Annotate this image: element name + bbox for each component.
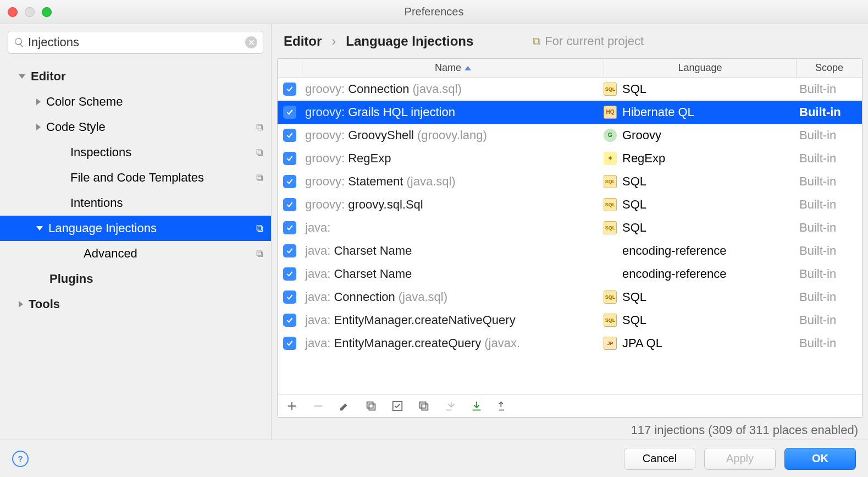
tree-item[interactable]: Code Style⧉	[0, 114, 271, 140]
name-main: Charset Name	[334, 244, 412, 258]
name-main: EntityManager.createNativeQuery	[334, 313, 515, 327]
tree-item-label: Inspections	[70, 145, 256, 160]
table-row[interactable]: java:EntityManager.createNativeQuerySQLS…	[278, 309, 862, 332]
name-paren: (javax.	[484, 336, 520, 350]
name-main: Charset Name	[334, 267, 412, 281]
name-paren: (java.sql)	[406, 174, 455, 189]
name-cell: groovy:Connection(java.sql)	[302, 82, 604, 96]
svg-rect-5	[422, 404, 428, 410]
groovy-icon: G	[604, 129, 617, 142]
ok-button[interactable]: OK	[784, 448, 856, 470]
help-button[interactable]: ?	[12, 451, 29, 467]
row-checkbox[interactable]	[283, 267, 296, 281]
row-checkbox[interactable]	[283, 314, 296, 327]
import-button[interactable]	[444, 399, 457, 413]
name-cell: java:Connection(java.sql)	[302, 290, 604, 304]
table-row[interactable]: java:Charset Nameencoding-referenceBuilt…	[278, 262, 862, 286]
export-button[interactable]	[496, 399, 510, 413]
row-checkbox[interactable]	[283, 290, 296, 304]
table-row[interactable]: java:Charset Nameencoding-referenceBuilt…	[278, 239, 862, 262]
col-scope[interactable]: Scope	[796, 59, 862, 77]
name-prefix: groovy:	[305, 198, 345, 212]
language-label: SQL	[622, 174, 646, 189]
name-prefix: java:	[305, 244, 330, 258]
search-input[interactable]	[28, 35, 245, 50]
copy-button[interactable]	[364, 399, 378, 413]
checkbox-cell	[278, 221, 302, 234]
minimize-icon[interactable]	[25, 7, 35, 17]
table-row[interactable]: groovy:groovy.sql.SqlSQLSQLBuilt-in	[278, 193, 862, 216]
table-row[interactable]: groovy:GroovyShell(groovy.lang)GGroovyBu…	[278, 124, 862, 147]
clear-search-button[interactable]	[245, 36, 257, 48]
language-label: SQL	[622, 313, 646, 327]
col-checkbox[interactable]	[278, 59, 302, 77]
name-prefix: groovy:	[305, 151, 345, 166]
close-icon[interactable]	[8, 7, 18, 17]
name-main: Connection	[348, 82, 409, 96]
checkbox-cell	[278, 267, 302, 281]
language-label: encoding-reference	[622, 244, 727, 258]
hql-icon: HQ	[604, 106, 617, 119]
name-main: Connection	[334, 290, 395, 304]
table-row[interactable]: java:Connection(java.sql)SQLSQLBuilt-in	[278, 286, 862, 309]
enable-button[interactable]	[391, 399, 404, 413]
add-button[interactable]	[285, 399, 298, 413]
tree-item-label: Tools	[29, 297, 263, 311]
row-checkbox[interactable]	[283, 221, 296, 234]
scope-cell: Built-in	[796, 290, 862, 304]
row-checkbox[interactable]	[283, 129, 296, 142]
maximize-icon[interactable]	[42, 7, 52, 17]
table-row[interactable]: java:EntityManager.createQuery(javax.JPJ…	[278, 332, 862, 355]
col-language[interactable]: Language	[604, 59, 796, 77]
tree-item-label: Language Injections	[48, 221, 256, 235]
table-row[interactable]: groovy:Connection(java.sql)SQLSQLBuilt-i…	[278, 78, 862, 101]
row-checkbox[interactable]	[283, 152, 296, 165]
search-icon	[14, 37, 25, 48]
row-checkbox[interactable]	[283, 175, 296, 188]
name-main: Statement	[348, 174, 403, 189]
footer: ? Cancel Apply OK	[0, 440, 868, 477]
tree-item-label: Editor	[31, 69, 263, 84]
table-row[interactable]: groovy:RegExp✶RegExpBuilt-in	[278, 147, 862, 170]
table-row[interactable]: groovy:Grails HQL injectionHQHibernate Q…	[278, 101, 862, 124]
row-checkbox[interactable]	[283, 106, 296, 119]
row-checkbox[interactable]	[283, 198, 296, 211]
table-body: groovy:Connection(java.sql)SQLSQLBuilt-i…	[278, 78, 862, 394]
row-checkbox[interactable]	[283, 337, 296, 350]
tree-item-label: Intentions	[70, 196, 263, 210]
row-checkbox[interactable]	[283, 244, 296, 257]
table-row[interactable]: java:SQLSQLBuilt-in	[278, 216, 862, 239]
none-icon	[604, 244, 617, 257]
col-name[interactable]: Name	[302, 59, 604, 77]
edit-button[interactable]	[338, 399, 351, 413]
name-prefix: groovy:	[305, 105, 345, 119]
row-checkbox[interactable]	[283, 83, 296, 96]
name-cell: groovy:groovy.sql.Sql	[302, 198, 604, 212]
checkbox-cell	[278, 198, 302, 211]
cancel-button[interactable]: Cancel	[624, 448, 695, 470]
table-row[interactable]: groovy:Statement(java.sql)SQLSQLBuilt-in	[278, 170, 862, 193]
tree-item[interactable]: Tools	[0, 292, 271, 317]
download-button[interactable]	[470, 399, 483, 413]
checkbox-cell	[278, 175, 302, 188]
language-label: Groovy	[622, 128, 661, 142]
breadcrumb-part-2: Language Injections	[346, 34, 473, 49]
chevron-right-icon	[36, 98, 41, 105]
remove-button[interactable]	[312, 399, 325, 413]
tree-item[interactable]: Editor	[0, 64, 271, 89]
tree-item[interactable]: Color Scheme	[0, 89, 271, 114]
tree-item[interactable]: Advanced⧉	[0, 241, 271, 266]
language-cell: ✶RegExp	[604, 151, 796, 166]
scope-cell: Built-in	[796, 313, 862, 327]
tree-item[interactable]: Plugins	[0, 266, 271, 292]
tree-item[interactable]: Inspections⧉	[0, 140, 271, 165]
apply-button[interactable]: Apply	[704, 448, 776, 470]
duplicate-button[interactable]	[417, 399, 430, 413]
tree-item[interactable]: Language Injections⧉	[0, 216, 271, 241]
chevron-right-icon	[36, 124, 41, 130]
name-cell: groovy:RegExp	[302, 151, 604, 166]
language-label: Hibernate QL	[622, 105, 694, 119]
tree-item[interactable]: Intentions	[0, 190, 271, 216]
scope-cell: Built-in	[796, 244, 862, 258]
tree-item[interactable]: File and Code Templates⧉	[0, 165, 271, 190]
